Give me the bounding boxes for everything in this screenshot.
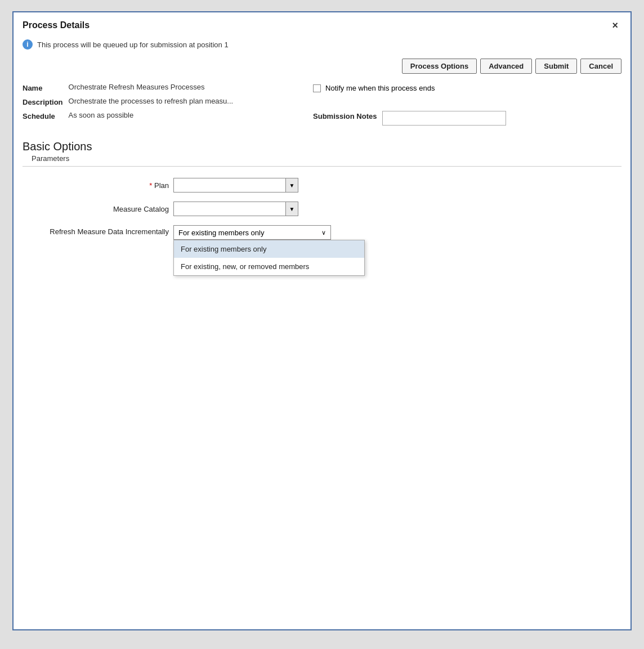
- plan-control: ▼: [173, 178, 298, 193]
- refresh-label: Refresh Measure Data Incrementally: [23, 225, 169, 236]
- dialog-title: Process Details: [23, 20, 90, 30]
- refresh-selected-value: For existing members only: [178, 229, 264, 237]
- name-label: Name: [23, 83, 63, 92]
- schedule-label: Schedule: [23, 111, 63, 120]
- refresh-control: For existing members only ∨ For existing…: [173, 225, 331, 240]
- basic-options-title: Basic Options: [14, 135, 630, 154]
- submission-notes-input[interactable]: [382, 111, 506, 126]
- name-value: Orchestrate Refresh Measures Processes: [69, 83, 308, 91]
- plan-required-star: *: [149, 181, 154, 190]
- refresh-chevron-icon: ∨: [321, 229, 326, 236]
- description-value: Orchestrate the processes to refresh pla…: [69, 97, 308, 105]
- refresh-dropdown-list: For existing members only For existing, …: [173, 240, 365, 276]
- params-area: * Plan ▼ Measure Catalog ▼ Refresh Measu…: [14, 167, 630, 258]
- plan-row: * Plan ▼: [23, 178, 621, 193]
- close-button[interactable]: ×: [609, 19, 621, 32]
- measure-catalog-dropdown-button[interactable]: ▼: [286, 202, 298, 216]
- notify-row: Notify me when this process ends: [313, 84, 621, 92]
- plan-input[interactable]: [173, 178, 286, 193]
- submit-button[interactable]: Submit: [535, 59, 577, 74]
- plan-dropdown-button[interactable]: ▼: [286, 178, 298, 193]
- refresh-dropdown-container: For existing members only ∨ For existing…: [173, 225, 331, 240]
- plan-label-text: Plan: [154, 181, 169, 190]
- notify-label: Notify me when this process ends: [325, 84, 435, 92]
- cancel-button[interactable]: Cancel: [580, 59, 621, 74]
- toolbar: Process Options Advanced Submit Cancel: [14, 55, 630, 80]
- advanced-button[interactable]: Advanced: [480, 59, 532, 74]
- refresh-option-all-members[interactable]: For existing, new, or removed members: [174, 258, 364, 275]
- info-icon: i: [23, 39, 33, 50]
- description-label: Description: [23, 97, 63, 106]
- submission-notes-label: Submission Notes: [313, 111, 377, 120]
- notify-checkbox[interactable]: [313, 84, 321, 92]
- parameters-subtitle: Parameters: [23, 154, 621, 167]
- refresh-row: Refresh Measure Data Incrementally For e…: [23, 225, 621, 240]
- refresh-option-existing-only[interactable]: For existing members only: [174, 240, 364, 258]
- dialog-header: Process Details ×: [14, 12, 630, 36]
- schedule-value: As soon as possible: [69, 111, 308, 119]
- details-grid: Name Orchestrate Refresh Measures Proces…: [14, 80, 630, 135]
- process-details-dialog: Process Details × i This process will be…: [12, 11, 632, 630]
- measure-catalog-input[interactable]: [173, 202, 286, 216]
- process-options-button[interactable]: Process Options: [402, 59, 477, 74]
- plan-label: * Plan: [23, 181, 169, 190]
- info-bar: i This process will be queued up for sub…: [14, 36, 630, 55]
- refresh-dropdown-display[interactable]: For existing members only ∨: [173, 225, 331, 240]
- measure-catalog-row: Measure Catalog ▼: [23, 202, 621, 216]
- info-message: This process will be queued up for submi…: [37, 41, 229, 49]
- measure-catalog-control: ▼: [173, 202, 298, 216]
- measure-catalog-label: Measure Catalog: [23, 205, 169, 213]
